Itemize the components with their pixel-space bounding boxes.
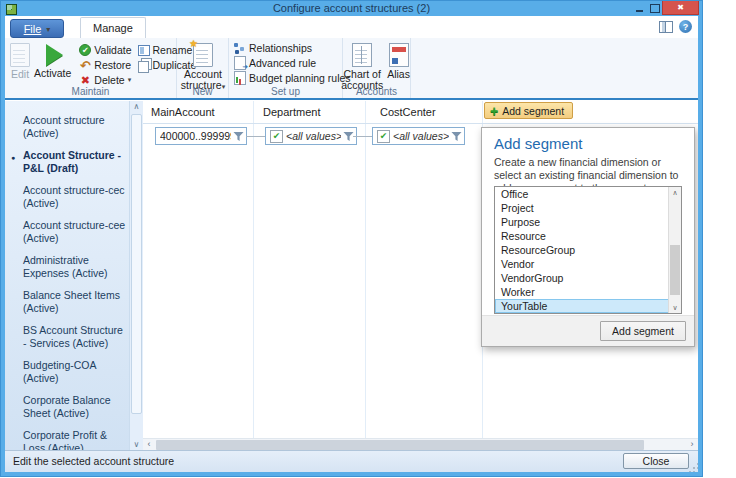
segment-filter-value: <all values> bbox=[393, 130, 449, 142]
caption-buttons: ✖ bbox=[632, 1, 699, 15]
dimension-option[interactable]: YourTable bbox=[495, 299, 669, 313]
duplicate-icon bbox=[138, 61, 149, 73]
add-segment-popup: Add segment Create a new financial dimen… bbox=[481, 127, 695, 347]
budget-planning-rules-button[interactable]: Budget planning rules bbox=[234, 72, 342, 84]
segment-filter-box[interactable]: ✔ 400000..999999 bbox=[155, 127, 247, 145]
listbox-scrollbar[interactable]: ∧ ∨ bbox=[668, 187, 681, 313]
dimension-option[interactable]: Office bbox=[495, 187, 669, 201]
popup-title: Add segment bbox=[494, 135, 682, 152]
segment-filter-box[interactable]: ✔ <all values> bbox=[372, 127, 465, 145]
rename-icon bbox=[138, 45, 150, 56]
maximize-button[interactable] bbox=[647, 1, 662, 15]
file-menu-button[interactable]: File ▾ bbox=[10, 19, 64, 38]
dimension-option[interactable]: Purpose bbox=[495, 215, 669, 229]
activate-icon bbox=[46, 44, 63, 66]
group-label-accounts: Accounts bbox=[343, 86, 410, 97]
account-structure-list-panel: Account structure (Active) Account Struc… bbox=[5, 101, 144, 451]
plus-icon: + bbox=[490, 106, 498, 116]
restore-icon: ↶ bbox=[79, 59, 91, 71]
status-message: Edit the selected account structure bbox=[13, 455, 174, 467]
segment-header[interactable]: CostCenter bbox=[372, 101, 465, 123]
delete-button[interactable]: ✖ Delete ▾ bbox=[79, 74, 131, 86]
dimension-option[interactable]: Vendor bbox=[495, 257, 669, 271]
top-right-icons: ? bbox=[659, 20, 692, 33]
dialog-window: Configure account structures (2) ✖ File … bbox=[0, 0, 703, 477]
column-separator bbox=[365, 101, 366, 439]
delete-icon: ✖ bbox=[79, 74, 91, 86]
sidebar-item[interactable]: Account structure (Active) bbox=[23, 114, 128, 140]
ribbon-group-maintain: Edit Activate ✔ Validate ↶ Restore bbox=[5, 38, 177, 98]
sidebar-item[interactable]: Account structure-cec (Active) bbox=[23, 184, 128, 210]
sidebar-item[interactable]: Account structure-cee (Active) bbox=[23, 219, 128, 245]
help-icon[interactable]: ? bbox=[679, 20, 692, 33]
dimension-option[interactable]: Project bbox=[495, 201, 669, 215]
chevron-down-icon: ▾ bbox=[128, 76, 132, 84]
segment-filter-box[interactable]: ✔ <all values> bbox=[265, 127, 357, 145]
status-bar: Edit the selected account structure Clos… bbox=[5, 450, 698, 472]
filter-icon[interactable] bbox=[233, 131, 244, 142]
filter-icon[interactable] bbox=[451, 131, 462, 142]
tab-manage[interactable]: Manage bbox=[80, 17, 146, 38]
maximize-icon bbox=[650, 4, 660, 13]
resize-grip-icon[interactable] bbox=[693, 467, 695, 469]
minimize-icon bbox=[636, 10, 643, 12]
segment-column: Department ✔ <all values> bbox=[255, 101, 372, 147]
group-label-setup: Set up bbox=[229, 86, 342, 97]
sidebar-item[interactable]: Budgeting-COA (Active) bbox=[23, 359, 128, 385]
checkbox-icon[interactable]: ✔ bbox=[377, 130, 390, 143]
column-separator bbox=[253, 101, 254, 439]
scroll-up-icon[interactable]: ∧ bbox=[130, 101, 143, 113]
sidebar-scrollbar[interactable]: ∧ ∨ bbox=[129, 101, 143, 451]
alias-icon bbox=[389, 43, 409, 67]
sidebar-item[interactable]: Corporate Balance Sheet (Active) bbox=[23, 394, 128, 420]
validate-button[interactable]: ✔ Validate bbox=[79, 44, 131, 56]
group-label-new: New bbox=[177, 86, 228, 97]
close-button[interactable]: Close bbox=[623, 453, 689, 469]
segment-columns: MainAccount ✔ 400000..999999 Department bbox=[143, 101, 465, 147]
segment-header[interactable]: Department bbox=[255, 101, 372, 123]
window-layout-icon[interactable] bbox=[659, 21, 673, 33]
dimension-option[interactable]: Resource bbox=[495, 229, 669, 243]
segment-column: MainAccount ✔ 400000..999999 bbox=[143, 101, 255, 147]
segment-header[interactable]: MainAccount bbox=[143, 101, 255, 123]
dimension-listbox: Office Project Purpose Resource Resource… bbox=[494, 186, 682, 314]
dimension-option[interactable]: Worker bbox=[495, 285, 669, 299]
popup-add-segment-button[interactable]: Add segment bbox=[600, 321, 686, 341]
sidebar-item[interactable]: Balance Sheet Items (Active) bbox=[23, 289, 128, 315]
budget-planning-rules-icon bbox=[234, 71, 246, 85]
dimension-options: Office Project Purpose Resource Resource… bbox=[495, 187, 669, 313]
canvas-scrollbar-thumb[interactable] bbox=[156, 440, 644, 450]
window-body: File ▾ Manage ? Edit Activate bbox=[5, 16, 698, 472]
checkbox-icon[interactable]: ✔ bbox=[270, 130, 283, 143]
validate-icon: ✔ bbox=[79, 44, 91, 56]
window-title: Configure account structures (2) bbox=[1, 2, 702, 14]
scroll-down-icon[interactable]: ∨ bbox=[669, 302, 681, 313]
dimension-option[interactable]: ResourceGroup bbox=[495, 243, 669, 257]
listbox-scrollbar-thumb[interactable] bbox=[670, 245, 680, 295]
scroll-up-icon[interactable]: ∧ bbox=[669, 187, 681, 198]
sidebar-item[interactable]: BS Account Structure - Services (Active) bbox=[23, 324, 128, 350]
add-segment-button[interactable]: + Add segment bbox=[484, 102, 573, 119]
close-window-button[interactable]: ✖ bbox=[662, 1, 699, 15]
sidebar-scrollbar-thumb[interactable] bbox=[131, 114, 142, 414]
sidebar-item[interactable]: Administrative Expenses (Active) bbox=[23, 254, 128, 280]
relationships-icon bbox=[234, 42, 246, 54]
minimize-button[interactable] bbox=[632, 1, 647, 15]
segment-filter-value: <all values> bbox=[286, 130, 341, 142]
relationships-button[interactable]: Relationships bbox=[234, 42, 342, 54]
new-star-icon: ★ bbox=[189, 38, 198, 49]
sidebar-item[interactable]: Account Structure - P&L (Draft) bbox=[23, 149, 128, 175]
edit-icon bbox=[10, 43, 30, 67]
file-menu-label: File bbox=[24, 23, 42, 35]
segment-filter-value: 400000..999999 bbox=[160, 130, 231, 142]
group-label-maintain: Maintain bbox=[5, 86, 176, 97]
advanced-rule-button[interactable]: Advanced rule bbox=[234, 57, 342, 69]
segment-column: CostCenter ✔ <all values> bbox=[372, 101, 465, 147]
advanced-rule-icon bbox=[234, 56, 246, 70]
dimension-option[interactable]: VendorGroup bbox=[495, 271, 669, 285]
restore-button[interactable]: ↶ Restore bbox=[79, 59, 131, 71]
popup-footer: Add segment bbox=[482, 315, 694, 346]
ribbon-tab-row: File ▾ Manage ? bbox=[5, 16, 698, 39]
sidebar-item[interactable]: Corporate Profit & Loss (Active) bbox=[23, 429, 128, 451]
title-bar[interactable]: Configure account structures (2) ✖ bbox=[1, 1, 702, 16]
